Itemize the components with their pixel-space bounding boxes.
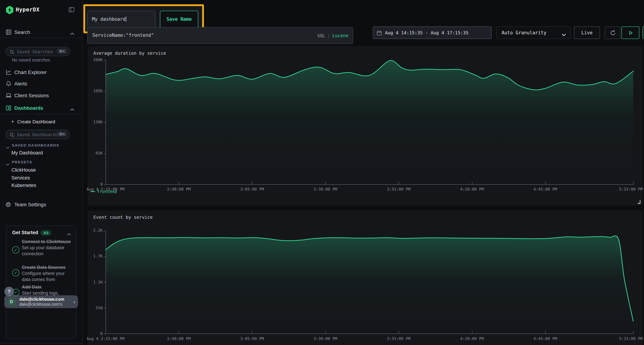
- x-tick-label: 2:40:00 PM: [167, 337, 190, 341]
- panel-resize-handle[interactable]: [638, 200, 640, 204]
- sidebar-item-my-dashboard[interactable]: My Dashboard: [12, 150, 43, 156]
- legend-label: frontend: [97, 189, 117, 194]
- live-button[interactable]: Live: [574, 26, 600, 39]
- chevron-up-icon: [70, 106, 74, 110]
- chevron-down-icon: [6, 161, 10, 164]
- shortcut-badge: ⌘K: [57, 132, 67, 137]
- laptop-icon: [6, 93, 12, 98]
- time-range-value: Aug 4 14:15:35 - Aug 4 17:15:35: [385, 30, 468, 35]
- chart-legend[interactable]: frontend: [90, 189, 117, 194]
- shortcut-badge: ⌘K: [57, 49, 67, 54]
- user-email: dale@clickhouse.com: [19, 297, 64, 302]
- sidebar-item-label: Team Settings: [14, 202, 46, 207]
- get-started-card: Get Started 3/3 ✓ Connect to ClickHouse …: [6, 226, 76, 339]
- legend-line-swatch: [90, 191, 95, 192]
- step-title: Create Data Sources: [22, 265, 72, 271]
- sidebar-item-label: Dashboards: [14, 105, 43, 111]
- time-range-picker[interactable]: Aug 4 14:15:35 - Aug 4 17:15:35: [373, 26, 492, 39]
- save-name-button[interactable]: Save Name: [160, 11, 198, 28]
- y-tick-label: 550: [87, 306, 103, 310]
- hyperdx-app: HyperDX Search Saved Searches ⌘K No save…: [0, 0, 644, 345]
- sidebar-item-team-settings[interactable]: Team Settings: [0, 200, 83, 210]
- step-title: Add Data: [22, 284, 72, 290]
- chart-explorer-icon: [6, 69, 12, 75]
- user-menu[interactable]: D dale@clickhouse.com dale@clickhouse.co…: [4, 295, 78, 308]
- avatar: D: [7, 297, 16, 306]
- check-circle-icon: ✓: [12, 269, 19, 276]
- chevron-down-icon: [562, 31, 566, 35]
- dashboard-name-input[interactable]: My dashboard: [87, 11, 155, 28]
- saved-searches-input[interactable]: Saved Searches ⌘K: [6, 47, 70, 56]
- clipped-button-edge[interactable]: [642, 26, 644, 39]
- sidebar-item-alerts[interactable]: Alerts: [0, 79, 83, 89]
- query-search-bar[interactable]: ServiceName:"frontend" SQL|Lucene: [87, 27, 353, 44]
- saved-searches-placeholder: Saved Searches: [17, 49, 53, 54]
- x-tick-label: 3:05:00 PM: [240, 187, 264, 192]
- saved-dashboards-input[interactable]: Saved Dashboards ⌘K: [6, 130, 70, 139]
- x-tick-label: 4:20:00 PM: [460, 187, 484, 192]
- sidebar-item-label: Client Sessions: [14, 93, 49, 98]
- y-tick-label: 0: [87, 332, 103, 336]
- step-title: Connect to ClickHouse: [22, 239, 72, 245]
- sidebar-item-label: Chart Explorer: [14, 69, 47, 75]
- chevron-up-icon[interactable]: [67, 231, 71, 235]
- chevron-down-icon: [6, 144, 10, 147]
- help-button[interactable]: ?: [4, 287, 14, 296]
- text-caret: [126, 16, 126, 22]
- x-tick-label: 3:30:00 PM: [314, 187, 337, 192]
- sidebar-item-kubernetes[interactable]: Kubernetes: [12, 183, 36, 188]
- run-query-button[interactable]: [622, 26, 639, 39]
- section-header-label: PRESETS: [12, 160, 32, 164]
- search-icon: [10, 132, 14, 137]
- chevron-up-icon: [70, 30, 74, 34]
- y-tick-label: 65K: [87, 151, 103, 156]
- line-chart-event-count[interactable]: 2.2K1.7K1.1K5500Aug 4 2:15:00 PM2:40:00 …: [106, 231, 633, 334]
- gear-icon: [5, 202, 11, 207]
- chart-panel-avg-duration: Average duration by service 260K195K130K…: [88, 46, 642, 206]
- query-input-value[interactable]: ServiceName:"frontend": [92, 32, 154, 38]
- chart-title: Average duration by service: [94, 50, 166, 56]
- play-icon: [628, 30, 633, 35]
- saved-dashboards-placeholder: Saved Dashboards: [17, 132, 58, 137]
- y-tick-label: 1.1K: [87, 280, 103, 284]
- dashboards-icon: [6, 105, 12, 111]
- no-saved-searches-note: No saved searches: [12, 57, 50, 62]
- step-desc: Configure where your data comes from: [22, 271, 72, 283]
- search-panel-icon: [6, 29, 12, 35]
- sidebar-item-dashboards[interactable]: Dashboards: [0, 104, 83, 113]
- lucene-toggle[interactable]: Lucene: [332, 33, 348, 38]
- x-tick-label: 4:45:00 PM: [534, 337, 557, 341]
- sidebar-item-services[interactable]: Services: [12, 175, 30, 181]
- y-tick-label: 260K: [87, 57, 103, 62]
- sidebar-item-search[interactable]: Search: [0, 28, 83, 37]
- refresh-button[interactable]: [605, 26, 620, 39]
- sidebar-item-clickhouse[interactable]: ClickHouse: [12, 167, 36, 173]
- divider: [0, 343, 83, 344]
- x-tick-label: 3:05:00 PM: [240, 337, 264, 341]
- plus-icon: +: [11, 118, 14, 124]
- sidebar-item-label: Alerts: [14, 81, 27, 86]
- sql-toggle[interactable]: SQL: [317, 33, 325, 38]
- get-started-title: Get Started: [12, 230, 38, 235]
- sidebar-item-chart-explorer[interactable]: Chart Explorer: [0, 68, 83, 77]
- sidebar-collapse-icon[interactable]: [69, 7, 74, 12]
- chevron-right-icon: ›: [74, 299, 75, 305]
- x-tick-label: 3:55:00 PM: [387, 337, 410, 341]
- x-tick-label: 5:15:00 PM: [619, 337, 643, 341]
- sidebar-item-client-sessions[interactable]: Client Sessions: [0, 91, 83, 100]
- hyperdx-logo-icon: [6, 6, 14, 14]
- sidebar: HyperDX Search Saved Searches ⌘K No save…: [0, 0, 83, 345]
- y-tick-label: 2.2K: [87, 228, 103, 233]
- section-header-label: SAVED DASHBOARDS: [12, 143, 60, 147]
- x-tick-label: 4:20:00 PM: [460, 337, 484, 341]
- logo-row: HyperDX: [0, 5, 83, 15]
- get-started-progress-badge: 3/3: [40, 230, 51, 236]
- user-subtitle: dale@clickhouse.com's: [19, 302, 62, 306]
- y-tick-label: 0: [87, 182, 103, 187]
- chart-panel-event-count: Event count by service 2.2K1.7K1.1K5500A…: [88, 210, 642, 345]
- line-chart-avg-duration[interactable]: 260K195K130K65K0Aug 4 2:15:00 PM2:40:00 …: [106, 60, 633, 184]
- query-language-toggle[interactable]: SQL|Lucene: [317, 33, 348, 38]
- x-tick-label: 5:15:00 PM: [619, 187, 643, 192]
- granularity-select[interactable]: Auto Granularity: [496, 26, 571, 39]
- x-tick-label: Aug 4 2:15:00 PM: [86, 337, 124, 341]
